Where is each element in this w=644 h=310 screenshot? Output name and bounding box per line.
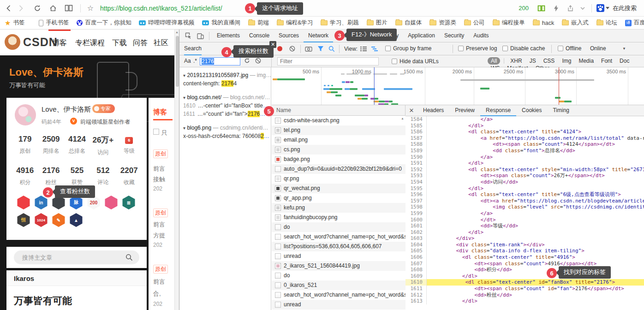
request-list-scrollbar[interactable]: ▲ (400, 116, 405, 310)
network-request-row[interactable]: do (272, 222, 405, 232)
flash-icon[interactable] (550, 2, 562, 14)
filter-pill-css[interactable]: CSS (540, 57, 558, 65)
search-result-match[interactable]: x-oss-hash-crc64ecma: 7606082… (183, 133, 269, 139)
network-request-row[interactable]: unread (272, 251, 405, 261)
offline-checkbox[interactable]: Offline (558, 45, 581, 52)
tooltip-close-icon[interactable]: ✕ (269, 41, 276, 48)
bookmark-item[interactable]: hack (533, 20, 554, 26)
back-icon[interactable] (3, 2, 15, 14)
stat-item[interactable]: 179原创 (12, 135, 38, 156)
network-request-row[interactable]: 2_ikaros_521_1560844419.jpg (272, 261, 405, 271)
bookmark-item[interactable]: 手机书签 (39, 19, 69, 27)
bookmark-item[interactable]: 嵌入式 (562, 19, 589, 27)
avatar[interactable] (15, 104, 36, 125)
group-by-frame-checkbox[interactable]: Group by frame (385, 45, 431, 52)
stat-item[interactable]: 525获赞 (64, 166, 90, 186)
page-scrollbar[interactable]: ▲ (174, 30, 179, 310)
filter-pill-xhr[interactable]: XHR (507, 57, 525, 65)
throttling-dropdown-icon[interactable]: ▼ (622, 47, 626, 51)
network-request-row[interactable]: search_hot_word?channel_name=pc_hot_word… (272, 290, 405, 300)
filter-pill-doc[interactable]: Doc (616, 57, 632, 65)
bookmark-item[interactable]: 编程接单 (493, 19, 525, 27)
bookmark-item[interactable]: 译百度翻译 (625, 19, 644, 27)
clear-icon[interactable] (289, 46, 295, 53)
network-request-row[interactable]: kefu.png (272, 203, 405, 213)
nav-item-社区[interactable]: 社区 (154, 38, 168, 48)
stat-item[interactable]: 26万+访问 (90, 135, 116, 156)
disable-cache-checkbox[interactable]: Disable cache (502, 45, 545, 52)
search-result-match[interactable]: 1611…="count" id="fan">2176… (183, 111, 265, 117)
search-pane-tab[interactable]: Search (184, 42, 202, 55)
url-text[interactable]: https://blog.csdn.net/Ikaros_521/article… (100, 5, 222, 12)
search-result-file[interactable]: ▾ 20191213191055897.jpg — img… (183, 72, 271, 78)
checkbox-icon[interactable] (153, 129, 159, 135)
network-request-row[interactable]: auto_dup?di=0&uuid=b220b923b2bf12b9&dri=… (272, 164, 405, 174)
devtools-tab-audits[interactable]: Audits (469, 30, 493, 42)
nav-item-专栏课程[interactable]: 专栏课程 (75, 38, 105, 48)
search-here-label[interactable]: 在此搜索 (613, 4, 637, 12)
nav-item-下载[interactable]: 下载 (112, 38, 127, 48)
stat-item[interactable]: 2207收藏 (116, 166, 142, 186)
network-request-row[interactable]: tel.png (272, 125, 405, 135)
rocket-badge[interactable]: ▲ (69, 213, 83, 227)
scrollbar-thumb[interactable] (176, 36, 179, 87)
regex-button[interactable]: .* (193, 58, 197, 64)
filter-pill-media[interactable]: Media (575, 57, 597, 65)
network-request-row[interactable]: do (272, 271, 405, 280)
preserve-log-checkbox[interactable]: Preserve log (458, 45, 497, 52)
expert-badge[interactable]: 专家 (92, 104, 115, 113)
nav-item-问答[interactable]: 问答 (133, 38, 148, 48)
clear-search-icon[interactable] (255, 58, 261, 65)
network-request-row[interactable]: qr.png (272, 174, 405, 184)
devtools-tab-elements[interactable]: Elements (212, 30, 244, 42)
notes-book-icon[interactable] (535, 2, 547, 14)
csdn-logo-icon[interactable] (5, 34, 20, 50)
home-icon[interactable] (47, 2, 59, 14)
devtools-tab-console[interactable]: Console (244, 30, 274, 42)
search-result-match[interactable]: content-length: 21764 (183, 80, 237, 87)
profile-name[interactable]: Love、伊卡洛斯 (42, 105, 91, 114)
device-toolbar-icon[interactable] (194, 30, 206, 42)
search-requests-icon[interactable] (328, 46, 335, 54)
inspect-icon[interactable] (182, 30, 194, 42)
pen-badge[interactable]: ✎ (52, 213, 66, 227)
stat-item[interactable]: 6等级 (116, 135, 142, 156)
bookmark-item[interactable]: 前端 (248, 19, 269, 27)
nav-item-博客[interactable]: 博客 (52, 38, 67, 48)
scroll-up-icon[interactable]: ▲ (175, 30, 179, 34)
search-icon[interactable] (125, 254, 133, 261)
match-case-button[interactable]: Aa (184, 58, 191, 64)
detail-tab-cookies[interactable]: Cookies (516, 105, 547, 116)
devtools-tab-application[interactable]: Application (403, 30, 440, 42)
search-result-file[interactable]: ▾ blog6.png — csdnimg.cn/identi… (183, 125, 268, 131)
stat-item[interactable]: 4916积分 (12, 166, 38, 186)
refresh-search-icon[interactable] (244, 58, 250, 65)
bookmark-item[interactable]: ★书签 (5, 19, 24, 27)
scroll-up-icon[interactable]: ▲ (401, 117, 404, 120)
network-request-row[interactable]: cs.png (272, 145, 405, 155)
filter-pill-all[interactable]: All (488, 57, 500, 65)
baidu-paw-icon[interactable] (596, 4, 604, 12)
detail-tab-timing[interactable]: Timing (547, 105, 575, 116)
bookmark-item[interactable]: 编程&学习 (277, 19, 313, 27)
bookmark-item[interactable]: 图片 (367, 19, 388, 27)
chevron-down-icon[interactable] (577, 2, 589, 14)
devtools-tab-security[interactable]: Security (440, 30, 469, 42)
network-request-row[interactable]: search_hot_word?channel_name=pc_hot_word… (272, 232, 405, 242)
filter-pill-font[interactable]: Font (598, 57, 615, 65)
search-result-match[interactable]: 1610…-center" id="fanBox" title… (183, 102, 268, 109)
network-overview-timeline[interactable]: 500 ms1000 ms1500 ms2000 ms2500 ms3000 m… (272, 67, 644, 105)
view-list-icon[interactable] (360, 46, 367, 53)
devtools-tab-sources[interactable]: Sources (274, 30, 304, 42)
bookmark-item[interactable]: 学习、刷题 (321, 19, 359, 27)
stat-item[interactable]: 2509周排名 (38, 135, 64, 156)
bookmark-item[interactable]: 百度一下，你就知 (77, 19, 131, 27)
network-request-row[interactable]: badge.png (272, 155, 405, 164)
blog-search-input[interactable]: 搜博主文章 (14, 250, 139, 264)
name-column-header[interactable]: Name (272, 105, 405, 116)
hide-data-urls-checkbox[interactable]: Hide data URLs (392, 58, 439, 65)
detail-tab-response[interactable]: Response (480, 105, 516, 116)
heng-badge[interactable]: 恒 (17, 213, 30, 227)
network-request-row[interactable]: unread (272, 300, 405, 310)
bookmark-item[interactable]: 公司 (464, 19, 485, 27)
